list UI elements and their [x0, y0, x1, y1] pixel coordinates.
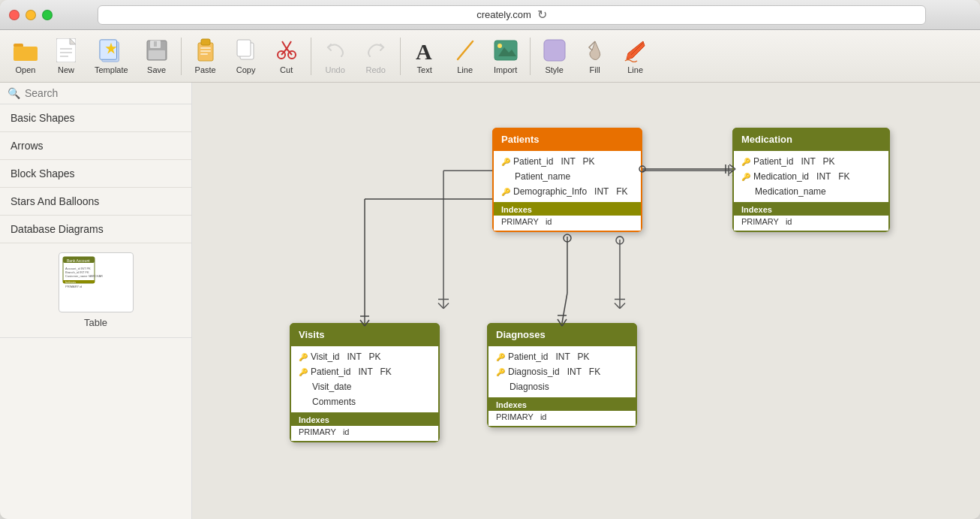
text-icon: A — [413, 38, 437, 62]
diagnoses-indexes-header: Indexes — [487, 397, 637, 411]
table-row: Visit_date — [291, 379, 438, 394]
table-row: 🔑 Demographic_Info INT FK — [494, 184, 641, 199]
svg-point-54 — [616, 237, 624, 244]
copy-button[interactable]: Copy — [227, 35, 266, 77]
table-row: 🔑 Patient_id INT FK — [291, 364, 438, 379]
folder-icon — [14, 38, 38, 62]
template-button[interactable]: Template — [87, 35, 136, 77]
redo-icon — [364, 38, 388, 62]
pen-label: Line — [627, 65, 643, 74]
svg-text:Bank Account: Bank Account — [67, 258, 90, 263]
table-row: 🔑 Diagnosis_id INT FK — [488, 364, 636, 379]
refresh-icon[interactable]: ↻ — [537, 8, 547, 22]
app-window: creately.com ↻ Open — [0, 0, 980, 519]
scissors-icon — [275, 38, 299, 62]
pen-button[interactable]: Line — [616, 35, 655, 77]
patients-indexes-header: Indexes — [492, 202, 642, 216]
sidebar-item-block-shapes[interactable]: Block Shapes — [0, 160, 191, 188]
svg-line-69 — [562, 293, 567, 323]
style-button[interactable]: Style — [535, 35, 574, 77]
table-row: Medication_name — [734, 184, 888, 199]
medication-header: Medication — [732, 128, 890, 151]
address-text: creately.com — [476, 9, 531, 20]
close-button[interactable] — [9, 10, 20, 20]
table-row: 🔑 Patient_id INT PK — [734, 154, 888, 169]
sidebar-item-basic-shapes[interactable]: Basic Shapes — [0, 104, 191, 132]
template-icon — [99, 38, 123, 62]
svg-text:A: A — [416, 39, 432, 62]
canvas[interactable]: Patients 🔑 Patient_id INT PK Patient_nam… — [192, 83, 980, 519]
minimize-button[interactable] — [26, 10, 36, 20]
open-button[interactable]: Open — [6, 35, 45, 77]
undo-button[interactable]: Undo — [316, 35, 355, 77]
key-icon: 🔑 — [496, 368, 505, 376]
thumbnail-image[interactable]: Bank Account Account_id INT PK Branch_id… — [59, 252, 134, 312]
text-button[interactable]: A Text — [405, 35, 444, 77]
save-button[interactable]: Save — [137, 35, 176, 77]
diagnoses-body: 🔑 Patient_id INT PK 🔑 Diagnosis_id INT F… — [487, 346, 637, 397]
table-row: 🔑 Patient_id INT PK — [494, 154, 641, 169]
medication-indexes-header: Indexes — [732, 202, 890, 216]
fill-button[interactable]: Fill — [576, 35, 615, 77]
table-row: 🔑 Medication_id INT FK — [734, 169, 888, 184]
new-doc-icon — [54, 38, 78, 62]
undo-label: Undo — [325, 65, 344, 74]
visits-table[interactable]: Visits 🔑 Visit_id INT PK 🔑 Patient_id IN… — [290, 323, 440, 442]
search-icon: 🔍 — [8, 87, 20, 99]
svg-line-25 — [282, 41, 287, 49]
redo-button[interactable]: Redo — [356, 35, 395, 77]
paste-button[interactable]: Paste — [186, 35, 225, 77]
new-button[interactable]: New — [47, 35, 86, 77]
medication-table[interactable]: Medication 🔑 Patient_id INT PK 🔑 Medicat… — [732, 128, 890, 232]
line-button[interactable]: Line — [446, 35, 485, 77]
template-label: Template — [95, 65, 128, 74]
import-button[interactable]: Import — [486, 35, 525, 77]
key-icon: 🔑 — [496, 353, 505, 361]
sidebar-item-database-diagrams[interactable]: Database Diagrams — [0, 216, 191, 243]
toolbar: Open New — [0, 30, 980, 83]
svg-rect-32 — [544, 40, 565, 61]
table-row: Patient_name — [494, 169, 641, 184]
svg-line-55 — [615, 303, 620, 309]
thumbnail-label: Table — [84, 317, 107, 328]
svg-line-50 — [438, 303, 443, 309]
diagnoses-index-row: PRIMARY id — [487, 411, 637, 427]
sidebar-item-arrows[interactable]: Arrows — [0, 132, 191, 160]
save-icon — [145, 38, 169, 62]
save-label: Save — [147, 65, 166, 74]
search-input[interactable] — [25, 87, 184, 99]
patients-table[interactable]: Patients 🔑 Patient_id INT PK Patient_nam… — [492, 128, 642, 232]
maximize-button[interactable] — [42, 10, 53, 20]
svg-line-26 — [287, 41, 291, 49]
table-row: Comments — [291, 394, 438, 409]
svg-rect-15 — [201, 39, 210, 45]
redo-label: Redo — [365, 65, 385, 74]
svg-point-70 — [564, 234, 571, 242]
line-label: Line — [457, 65, 473, 74]
key-icon: 🔑 — [741, 173, 750, 181]
sidebar: 🔍 Basic Shapes Arrows Block Shapes Stars… — [0, 83, 192, 519]
new-label: New — [58, 65, 74, 74]
svg-line-56 — [620, 303, 625, 309]
diagnoses-header: Diagnoses — [487, 323, 637, 346]
svg-rect-16 — [200, 47, 211, 49]
svg-rect-20 — [237, 40, 251, 56]
svg-rect-18 — [200, 53, 208, 55]
title-bar: creately.com ↻ — [0, 0, 980, 30]
paste-label: Paste — [195, 65, 216, 74]
key-icon: 🔑 — [741, 158, 750, 166]
svg-point-31 — [498, 44, 502, 48]
visits-body: 🔑 Visit_id INT PK 🔑 Patient_id INT FK Vi… — [290, 346, 440, 412]
fill-icon — [583, 38, 607, 62]
cut-button[interactable]: Cut — [267, 35, 306, 77]
address-bar[interactable]: creately.com ↻ — [98, 5, 926, 25]
visits-indexes-header: Indexes — [290, 412, 440, 426]
copy-label: Copy — [236, 65, 256, 74]
shape-thumbnail: Bank Account Account_id INT PK Branch_id… — [0, 243, 191, 338]
sidebar-item-stars-balloons[interactable]: Stars And Balloons — [0, 188, 191, 216]
line-draw-icon — [453, 38, 477, 62]
diagnoses-table[interactable]: Diagnoses 🔑 Patient_id INT PK 🔑 Diagnosi… — [487, 323, 637, 427]
cut-label: Cut — [280, 65, 293, 74]
svg-rect-12 — [149, 50, 165, 59]
open-label: Open — [16, 65, 36, 74]
